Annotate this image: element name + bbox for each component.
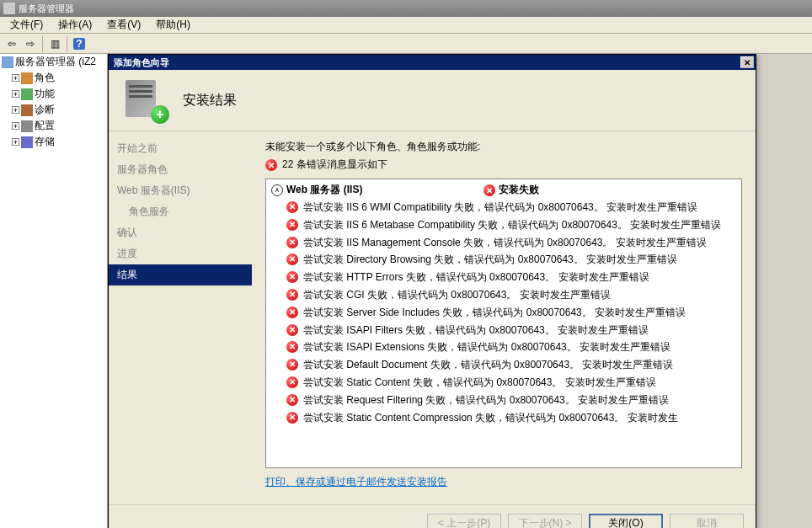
error-text: 尝试安装 ISAPI Extensions 失败，错误代码为 0x8007064…	[303, 340, 670, 355]
nav-confirm[interactable]: 确认	[109, 222, 252, 243]
toolbar-separator	[67, 36, 67, 51]
error-icon: ✕	[286, 359, 298, 371]
config-icon	[21, 120, 33, 132]
tree-config[interactable]: +配置	[0, 118, 107, 134]
error-icon: ✕	[286, 376, 298, 388]
tree-features-label: 功能	[35, 87, 55, 101]
error-item: ✕尝试安装 CGI 失败，错误代码为 0x80070643。 安装时发生严重错误	[271, 286, 736, 304]
menu-help[interactable]: 帮助(H)	[149, 16, 197, 34]
error-icon: ✕	[286, 201, 298, 213]
error-icon: ✕	[286, 412, 298, 424]
add-roles-wizard: 添加角色向导 ✕ + 安装结果 开始之前 服务器角色 Web 服务器(IIS)	[108, 54, 756, 528]
error-text: 尝试安装 IIS 6 WMI Compatibility 失败，错误代码为 0x…	[303, 200, 697, 215]
arrow-right-icon: ⇨	[26, 38, 35, 50]
nav-iis[interactable]: Web 服务器(IIS)	[109, 180, 252, 201]
expand-icon[interactable]: +	[12, 74, 19, 82]
menu-action[interactable]: 操作(A)	[51, 16, 99, 34]
error-text: 尝试安装 Default Document 失败，错误代码为 0x8007064…	[303, 358, 673, 372]
error-text: 尝试安装 Directory Browsing 失败，错误代码为 0x80070…	[303, 253, 677, 267]
storage-icon	[21, 136, 33, 148]
error-icon: ✕	[286, 237, 298, 248]
tree-config-label: 配置	[35, 119, 55, 133]
tree-roles[interactable]: +角色	[0, 70, 107, 86]
error-icon: ✕	[286, 219, 298, 231]
expand-icon[interactable]: +	[12, 90, 19, 98]
close-button[interactable]: 关闭(O)	[589, 514, 663, 528]
error-text: 尝试安装 IIS 6 Metabase Compatibility 失败，错误代…	[303, 218, 721, 232]
toolbar-help-button[interactable]: ?	[71, 35, 88, 52]
nav-progress[interactable]: 进度	[109, 243, 252, 264]
tree-roles-label: 角色	[35, 71, 55, 85]
error-icon: ✕	[286, 394, 298, 406]
error-icon: ✕	[286, 307, 298, 318]
main-window-title: 服务器管理器	[19, 3, 74, 15]
menu-view[interactable]: 查看(V)	[100, 16, 147, 34]
error-icon: ✕	[286, 289, 298, 301]
error-item: ✕尝试安装 Request Filtering 失败，错误代码为 0x80070…	[271, 392, 736, 409]
error-item: ✕尝试安装 IIS Management Console 失败，错误代码为 0x…	[271, 234, 736, 252]
diag-icon	[21, 104, 33, 116]
toolbar-forward-button[interactable]: ⇨	[22, 35, 39, 52]
error-text: 尝试安装 CGI 失败，错误代码为 0x80070643。 安装时发生严重错误	[303, 288, 611, 302]
nav-role-services[interactable]: 角色服务	[109, 201, 252, 222]
error-item: ✕尝试安装 IIS 6 Metabase Compatibility 失败，错误…	[271, 216, 736, 234]
nav-before[interactable]: 开始之前	[109, 138, 252, 159]
features-icon	[21, 88, 33, 100]
error-count-text: 22 条错误消息显示如下	[282, 157, 387, 172]
nav-results[interactable]: 结果	[109, 264, 252, 285]
wizard-close-button[interactable]: ✕	[740, 56, 754, 68]
tree-diag-label: 诊断	[35, 103, 55, 117]
close-icon: ✕	[744, 58, 751, 67]
tree-root[interactable]: 服务器管理器 (iZ2	[0, 54, 107, 70]
expand-icon[interactable]: +	[12, 138, 19, 146]
nav-server-roles[interactable]: 服务器角色	[109, 159, 252, 180]
result-group-header[interactable]: ∧ Web 服务器 (IIS) ✕ 安装失败	[271, 181, 736, 199]
print-save-email-link[interactable]: 打印、保存或通过电子邮件发送安装报告	[265, 476, 447, 488]
error-item: ✕尝试安装 ISAPI Filters 失败，错误代码为 0x80070643。…	[271, 322, 736, 339]
error-icon: ✕	[483, 184, 495, 196]
error-item: ✕尝试安装 HTTP Errors 失败，错误代码为 0x80070643。 安…	[271, 269, 736, 286]
wizard-title-bar[interactable]: 添加角色向导 ✕	[109, 55, 756, 70]
tree-diag[interactable]: +诊断	[0, 102, 107, 118]
main-window-title-bar: 服务器管理器	[0, 0, 812, 17]
error-item: ✕尝试安装 ISAPI Extensions 失败，错误代码为 0x800706…	[271, 339, 736, 356]
toolbar-back-button[interactable]: ⇦	[3, 35, 20, 52]
expand-icon[interactable]: +	[12, 122, 19, 130]
arrow-left-icon: ⇦	[8, 38, 16, 50]
toolbar-show-hide-button[interactable]: ▥	[46, 35, 63, 52]
plus-badge-icon: +	[151, 105, 169, 124]
wizard-header: + 安装结果	[109, 70, 756, 131]
error-text: 尝试安装 IIS Management Console 失败，错误代码为 0x8…	[303, 236, 707, 250]
result-scroll[interactable]: ∧ Web 服务器 (IIS) ✕ 安装失败 ✕尝试安装 IIS 6 WMI C…	[266, 179, 741, 467]
error-count-line: ✕ 22 条错误消息显示如下	[265, 157, 742, 172]
wizard-button-row: < 上一步(P) 下一步(N) > 关闭(O) 取消	[109, 504, 756, 528]
tree-root-label: 服务器管理器 (iZ2	[15, 55, 96, 69]
back-button: < 上一步(P)	[427, 514, 501, 528]
error-icon: ✕	[286, 253, 298, 265]
tree-features[interactable]: +功能	[0, 86, 107, 102]
expand-icon[interactable]: +	[12, 106, 19, 114]
wizard-heading: 安装结果	[183, 92, 237, 109]
error-text: 尝试安装 Static Content 失败，错误代码为 0x80070643。…	[303, 376, 656, 390]
error-item: ✕尝试安装 IIS 6 WMI Compatibility 失败，错误代码为 0…	[271, 199, 736, 216]
help-icon: ?	[73, 38, 85, 50]
panel-icon: ▥	[51, 38, 60, 50]
next-button: 下一步(N) >	[508, 514, 582, 528]
wizard-title-text: 添加角色向导	[114, 56, 169, 69]
wizard-nav: 开始之前 服务器角色 Web 服务器(IIS) 角色服务 确认 进度 结果	[109, 131, 252, 504]
tree-storage-label: 存储	[35, 135, 55, 149]
error-item: ✕尝试安装 Directory Browsing 失败，错误代码为 0x8007…	[271, 251, 736, 269]
menu-file[interactable]: 文件(F)	[3, 16, 50, 34]
collapse-icon[interactable]: ∧	[271, 184, 283, 196]
error-text: 尝试安装 HTTP Errors 失败，错误代码为 0x80070643。 安装…	[303, 270, 649, 285]
wizard-content: 未能安装一个或多个以下角色、角色服务或功能: ✕ 22 条错误消息显示如下 ∧ …	[252, 131, 756, 504]
error-item: ✕尝试安装 Static Content 失败，错误代码为 0x80070643…	[271, 374, 736, 392]
toolbar-separator	[42, 36, 43, 51]
error-item: ✕尝试安装 Static Content Compression 失败，错误代码…	[271, 409, 736, 427]
error-text: 尝试安装 Server Side Includes 失败，错误代码为 0x800…	[303, 306, 686, 320]
error-item: ✕尝试安装 Server Side Includes 失败，错误代码为 0x80…	[271, 304, 736, 322]
toolbar: ⇦ ⇨ ▥ ?	[0, 34, 812, 54]
result-list-box: ∧ Web 服务器 (IIS) ✕ 安装失败 ✕尝试安装 IIS 6 WMI C…	[265, 179, 742, 468]
tree-storage[interactable]: +存储	[0, 134, 107, 150]
wizard-header-icon: +	[126, 80, 166, 120]
